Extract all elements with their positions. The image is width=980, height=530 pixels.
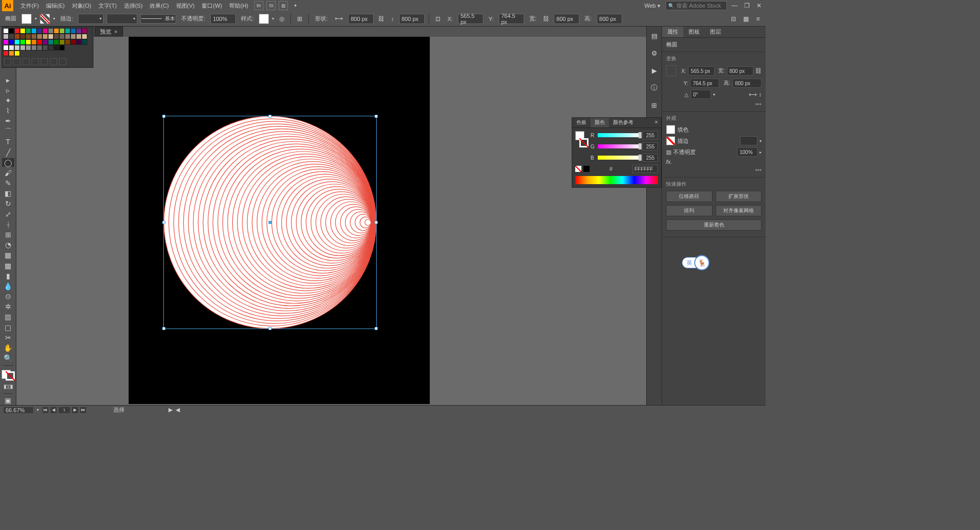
link-wh-icon[interactable]: ⛓ — [377, 14, 386, 23]
rotate-tool[interactable]: ↻ — [2, 199, 14, 208]
direct-selection-tool[interactable]: ▹ — [2, 86, 14, 94]
swatch-color[interactable] — [9, 45, 14, 51]
line-tool[interactable]: ╱ — [2, 148, 14, 157]
swatch-color[interactable] — [20, 45, 26, 51]
zoom-tool[interactable]: 🔍 — [2, 354, 14, 362]
swatch-color[interactable] — [54, 39, 59, 45]
handle-br[interactable] — [375, 327, 378, 330]
swatch-color[interactable] — [31, 45, 37, 51]
swatch-color[interactable] — [48, 28, 54, 34]
handle-tm[interactable] — [268, 115, 272, 118]
btn-expand-shape[interactable]: 扩展形状 — [716, 191, 762, 202]
swatch-tool-7[interactable] — [59, 58, 66, 65]
actions-icon[interactable]: ▶ — [649, 65, 659, 75]
swatch-color[interactable] — [26, 39, 31, 45]
symbol-sprayer-tool[interactable]: ✲ — [2, 302, 14, 311]
menu-view[interactable]: 视图(V) — [173, 1, 198, 11]
close-button[interactable]: ✕ — [754, 1, 764, 10]
next-artboard-icon[interactable]: ▶ — [71, 407, 79, 414]
swatch-color[interactable] — [70, 34, 76, 39]
swatch-color[interactable] — [37, 45, 42, 51]
align-panel-icon[interactable]: ⊞ — [649, 100, 659, 110]
swatch-color[interactable] — [31, 34, 37, 39]
swatch-color[interactable] — [14, 28, 20, 34]
stroke-swatch[interactable] — [40, 14, 50, 24]
swatch-color[interactable] — [76, 28, 82, 34]
maximize-button[interactable]: ❐ — [742, 1, 751, 10]
swatch-color[interactable] — [26, 34, 31, 39]
swatch-color[interactable] — [9, 51, 14, 56]
zoom-input[interactable]: 66.67% — [3, 407, 34, 414]
fill-swatch[interactable] — [21, 14, 32, 24]
graphic-style-swatch[interactable] — [259, 14, 269, 24]
flip-h-icon[interactable]: ⟷ — [749, 91, 757, 98]
color-panel-close-icon[interactable]: × — [652, 118, 661, 128]
handle-mr[interactable] — [375, 221, 378, 224]
handle-tl[interactable] — [162, 115, 165, 118]
magic-wand-tool[interactable]: ✦ — [2, 96, 14, 105]
swatch-color[interactable] — [14, 34, 20, 39]
appearance-more-icon[interactable]: ••• — [666, 167, 762, 174]
swatch-color[interactable] — [37, 39, 42, 45]
artboard-tool[interactable]: ▢ — [2, 323, 14, 332]
ellipse-tool[interactable]: ◯ — [2, 158, 14, 167]
g-slider[interactable] — [598, 144, 641, 148]
color-tab-swatches[interactable]: 色板 — [572, 118, 591, 128]
flip-v-icon[interactable]: ↕ — [759, 91, 762, 97]
swatch-color[interactable] — [48, 39, 54, 45]
swatch-color[interactable] — [14, 51, 20, 56]
swatch-color[interactable] — [42, 28, 48, 34]
menu-effect[interactable]: 效果(C) — [146, 1, 172, 11]
swatch-tool-6[interactable] — [50, 58, 57, 65]
swatch-color[interactable] — [76, 34, 82, 39]
info-icon[interactable]: ⓘ — [649, 83, 659, 93]
menu-select[interactable]: 选择(S) — [121, 1, 146, 11]
selection-tool[interactable]: ▸ — [2, 75, 14, 84]
tab-close-icon[interactable]: × — [114, 29, 117, 35]
menu-object[interactable]: 对象(O) — [69, 1, 94, 11]
swatch-color[interactable] — [20, 34, 26, 39]
stroke-weight-dropdown[interactable] — [78, 14, 104, 24]
swatch-color[interactable] — [31, 39, 37, 45]
perspective-tool[interactable]: ▦ — [2, 251, 14, 260]
prop-w-input[interactable]: 800 px — [727, 66, 753, 75]
settings-icon[interactable]: ⚙ — [649, 48, 659, 58]
swatch-color[interactable] — [14, 39, 20, 45]
color-fillstroke-preview[interactable] — [575, 131, 589, 147]
swatch-color[interactable] — [54, 34, 59, 39]
eraser-tool[interactable]: ◧ — [2, 189, 14, 198]
swatch-color[interactable] — [3, 39, 9, 45]
btn-arrange[interactable]: 排列 — [666, 205, 713, 216]
free-transform-tool[interactable]: ⊞ — [2, 230, 14, 239]
prop-opacity-input[interactable]: 100% — [737, 147, 757, 157]
reference-point-icon[interactable]: ⊡ — [433, 14, 443, 23]
gpu-icon[interactable]: ✦ — [291, 1, 300, 10]
edit-icon[interactable]: ▦ — [741, 14, 750, 23]
document-tab[interactable]: 预览 × — [94, 27, 123, 37]
swatch-color[interactable] — [48, 45, 54, 51]
swatch-color[interactable] — [70, 28, 76, 34]
swatch-color[interactable] — [3, 34, 9, 39]
menu-help[interactable]: 帮助(H) — [226, 1, 251, 11]
paintbrush-tool[interactable]: 🖌 — [2, 168, 14, 177]
menu-file[interactable]: 文件(F) — [17, 1, 42, 11]
swatch-color[interactable] — [3, 28, 9, 34]
color-tab-color[interactable]: 颜色 — [591, 118, 609, 128]
fill-stroke-indicator[interactable] — [2, 370, 15, 380]
swatch-color[interactable] — [42, 34, 48, 39]
swatch-tool-4[interactable] — [32, 58, 39, 65]
b-slider[interactable] — [598, 156, 641, 160]
swatch-color[interactable] — [54, 28, 59, 34]
reference-point-grid[interactable] — [666, 65, 676, 77]
prop-fill-swatch[interactable] — [666, 125, 675, 134]
swatch-color[interactable] — [59, 28, 65, 34]
swatch-tool-1[interactable] — [4, 58, 11, 65]
eyedropper-tool[interactable]: 💧 — [2, 282, 14, 290]
swatch-color[interactable] — [3, 51, 9, 56]
black-swatch[interactable] — [583, 166, 590, 172]
prop-angle-input[interactable]: 0° — [691, 90, 711, 99]
swatch-color[interactable] — [82, 39, 87, 45]
x-input[interactable]: 565.5 px — [458, 14, 483, 24]
hand-tool[interactable]: ✋ — [2, 343, 14, 352]
swatch-tool-3[interactable] — [22, 58, 30, 65]
